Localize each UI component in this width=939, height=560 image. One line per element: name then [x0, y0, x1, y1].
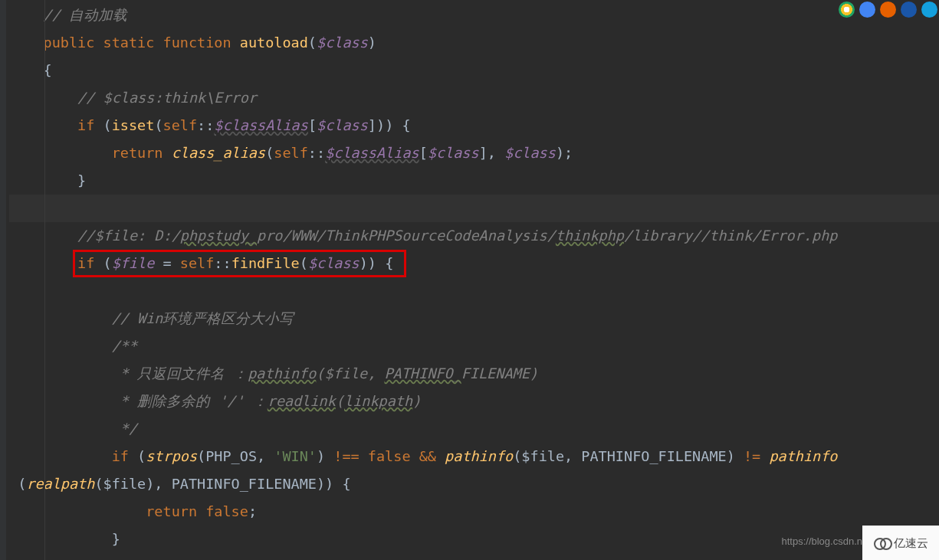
- comment: // Win环境严格区分大小写: [112, 310, 294, 326]
- browser-preview-icons: [839, 2, 937, 18]
- docblock-line: * 只返回文件名 ：pathinfo($file, PATHINFO_FILEN…: [112, 365, 538, 382]
- keyword-function: function: [163, 34, 231, 51]
- realpath: realpath: [26, 476, 94, 492]
- watermark-text: https://blog.csdn.n: [781, 528, 862, 555]
- chrome-icon[interactable]: [839, 2, 855, 18]
- class-alias-call: class_alias: [172, 145, 266, 161]
- keyword-static: static: [103, 34, 155, 51]
- file-var: $file: [112, 255, 155, 271]
- keyword-return: return: [112, 145, 163, 161]
- safari-icon[interactable]: [921, 2, 937, 18]
- class-alias-var: $classAlias: [214, 117, 308, 133]
- self: self: [163, 117, 198, 133]
- keyword-if: if: [77, 117, 94, 133]
- docblock: */: [112, 421, 137, 437]
- function-name: autoload: [240, 34, 308, 51]
- firefox-icon[interactable]: [880, 2, 896, 18]
- logo-text: 亿速云: [894, 529, 928, 557]
- parameter: $class: [317, 34, 368, 51]
- gutter: [0, 0, 6, 560]
- opera-icon[interactable]: [901, 2, 917, 18]
- provider-logo: 亿速云: [862, 526, 939, 560]
- code-editor[interactable]: // 自动加载 public static function autoload(…: [0, 0, 939, 553]
- string-literal: 'WIN': [274, 448, 317, 464]
- cloud-icon: [874, 538, 891, 549]
- docblock: /**: [112, 338, 137, 354]
- keyword-public: public: [44, 34, 95, 51]
- brace: }: [77, 172, 86, 188]
- current-line: [9, 195, 939, 222]
- indent-guide: [44, 0, 45, 560]
- find-file-method: findFile: [231, 255, 300, 271]
- comment: // $class:think\Error: [77, 90, 257, 106]
- highlighted-code-box: if ($file = self::findFile($class)) {: [73, 250, 406, 277]
- docblock-line: * 删除多余的 '/' ：readlink(linkpath): [112, 393, 422, 409]
- strpos: strpos: [146, 448, 197, 464]
- isset: isset: [112, 117, 155, 133]
- comment: // 自动加载: [44, 7, 127, 23]
- comment: //$file: D:/phpstudy_pro/WWW/ThinkPHPSou…: [77, 228, 837, 244]
- edge-icon[interactable]: [859, 2, 875, 18]
